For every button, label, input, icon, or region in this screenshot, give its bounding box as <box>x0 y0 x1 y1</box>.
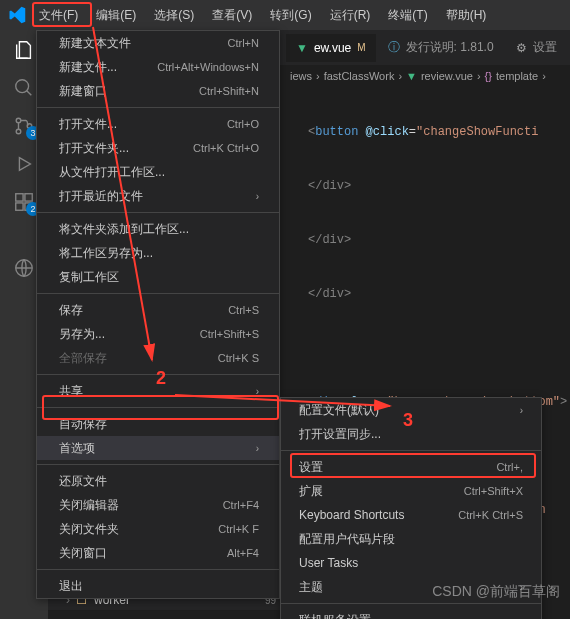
submenu-item[interactable]: 设置Ctrl+, <box>281 455 541 479</box>
menu-item-label: 另存为... <box>59 326 105 343</box>
menu-item[interactable]: 关闭窗口Alt+F4 <box>37 541 279 565</box>
menu-item-label: 将文件夹添加到工作区... <box>59 221 189 238</box>
menu-item-label: 配置用户代码片段 <box>299 531 395 548</box>
submenu-item[interactable]: 联机服务设置 <box>281 608 541 619</box>
menu-item[interactable]: 复制工作区 <box>37 265 279 289</box>
menu-item[interactable]: 保存Ctrl+S <box>37 298 279 322</box>
menu-view[interactable]: 查看(V) <box>203 1 261 30</box>
debug-icon[interactable] <box>12 152 36 176</box>
menu-go[interactable]: 转到(G) <box>261 1 320 30</box>
vue-icon: ▼ <box>406 70 417 82</box>
extensions-icon[interactable]: 2 <box>12 190 36 214</box>
breadcrumb-seg: iews <box>290 70 312 82</box>
preferences-submenu: 配置文件(默认)›打开设置同步...设置Ctrl+,扩展Ctrl+Shift+X… <box>280 397 542 619</box>
breadcrumb-file: review.vue <box>421 70 473 82</box>
svg-point-3 <box>16 129 21 134</box>
menu-edit[interactable]: 编辑(E) <box>87 1 145 30</box>
menu-item[interactable]: 退出 <box>37 574 279 598</box>
menu-item[interactable]: 全部保存Ctrl+K S <box>37 346 279 370</box>
tab-label: 设置 <box>533 39 557 56</box>
shortcut-label: Ctrl+, <box>496 461 523 473</box>
menu-item[interactable]: 关闭编辑器Ctrl+F4 <box>37 493 279 517</box>
menu-item-label: 打开文件... <box>59 116 117 133</box>
submenu-item[interactable]: Keyboard ShortcutsCtrl+K Ctrl+S <box>281 503 541 527</box>
svg-marker-5 <box>19 158 30 171</box>
menu-item-label: Keyboard Shortcuts <box>299 508 404 522</box>
submenu-item[interactable]: 主题› <box>281 575 541 599</box>
menu-item-label: 主题 <box>299 579 323 596</box>
menu-item-label: 复制工作区 <box>59 269 119 286</box>
menu-item[interactable]: 打开最近的文件› <box>37 184 279 208</box>
menu-item[interactable]: 打开文件...Ctrl+O <box>37 112 279 136</box>
menu-item[interactable]: 共享› <box>37 379 279 403</box>
menu-item-label: 共享 <box>59 383 83 400</box>
chevron-right-icon: › <box>256 191 259 202</box>
menu-file[interactable]: 文件(F) <box>30 1 87 30</box>
file-menu-dropdown: 新建文本文件Ctrl+N新建文件...Ctrl+Alt+Windows+N新建窗… <box>36 30 280 599</box>
menu-item[interactable]: 将文件夹添加到工作区... <box>37 217 279 241</box>
chevron-right-icon: › <box>520 582 523 593</box>
menu-item[interactable]: 打开文件夹...Ctrl+K Ctrl+O <box>37 136 279 160</box>
tab-label: ew.vue <box>314 41 351 55</box>
menu-item[interactable]: 从文件打开工作区... <box>37 160 279 184</box>
chevron-right-icon: › <box>520 405 523 416</box>
menu-item-label: 首选项 <box>59 440 95 457</box>
explorer-icon[interactable] <box>12 38 36 62</box>
menu-item-label: 新建文件... <box>59 59 117 76</box>
svg-point-0 <box>16 80 29 93</box>
shortcut-label: Ctrl+O <box>227 118 259 130</box>
menu-item[interactable]: 还原文件 <box>37 469 279 493</box>
menu-item[interactable]: 新建文本文件Ctrl+N <box>37 31 279 55</box>
menu-item-label: 联机服务设置 <box>299 612 371 620</box>
menu-run[interactable]: 运行(R) <box>321 1 380 30</box>
shortcut-label: Ctrl+Shift+S <box>200 328 259 340</box>
tab-label: 发行说明: 1.81.0 <box>406 39 494 56</box>
svg-rect-6 <box>16 194 23 201</box>
menu-item-label: 保存 <box>59 302 83 319</box>
menu-item[interactable]: 首选项› <box>37 436 279 460</box>
shortcut-label: Ctrl+K F <box>218 523 259 535</box>
menu-help[interactable]: 帮助(H) <box>437 1 496 30</box>
menu-item-label: 关闭文件夹 <box>59 521 119 538</box>
shortcut-label: Ctrl+F4 <box>223 499 259 511</box>
tab-settings[interactable]: ⚙ 设置 <box>506 32 567 63</box>
menu-item-label: 从文件打开工作区... <box>59 164 165 181</box>
submenu-item[interactable]: User Tasks <box>281 551 541 575</box>
shortcut-label: Alt+F4 <box>227 547 259 559</box>
menu-terminal[interactable]: 终端(T) <box>379 1 436 30</box>
menu-selection[interactable]: 选择(S) <box>145 1 203 30</box>
menu-item[interactable]: 新建文件...Ctrl+Alt+Windows+N <box>37 55 279 79</box>
submenu-item[interactable]: 扩展Ctrl+Shift+X <box>281 479 541 503</box>
search-icon[interactable] <box>12 76 36 100</box>
menu-item-label: 还原文件 <box>59 473 107 490</box>
submenu-item[interactable]: 配置文件(默认)› <box>281 398 541 422</box>
remote-icon[interactable] <box>12 256 36 280</box>
menu-item[interactable]: 新建窗口Ctrl+Shift+N <box>37 79 279 103</box>
scm-icon[interactable]: 3 <box>12 114 36 138</box>
submenu-item[interactable]: 打开设置同步... <box>281 422 541 446</box>
menu-item[interactable]: 关闭文件夹Ctrl+K F <box>37 517 279 541</box>
tab-release-notes[interactable]: ⓘ 发行说明: 1.81.0 <box>378 32 504 63</box>
menu-item-label: 将工作区另存为... <box>59 245 153 262</box>
svg-rect-8 <box>16 203 23 210</box>
menu-item-label: User Tasks <box>299 556 358 570</box>
shortcut-label: Ctrl+Shift+X <box>464 485 523 497</box>
menu-item[interactable]: 将工作区另存为... <box>37 241 279 265</box>
vscode-logo <box>4 6 30 24</box>
submenu-item[interactable]: 配置用户代码片段 <box>281 527 541 551</box>
chevron-right-icon: › <box>256 386 259 397</box>
editor-tabs: ▼ ew.vue M ⓘ 发行说明: 1.81.0 ⚙ 设置 <box>280 30 570 65</box>
shortcut-label: Ctrl+S <box>228 304 259 316</box>
menu-item-label: 设置 <box>299 459 323 476</box>
menu-item-label: 新建窗口 <box>59 83 107 100</box>
tab-review-vue[interactable]: ▼ ew.vue M <box>286 34 376 62</box>
menu-item-label: 全部保存 <box>59 350 107 367</box>
breadcrumb[interactable]: iews› fastClassWork› ▼ review.vue› {} te… <box>280 65 570 87</box>
shortcut-label: Ctrl+Alt+Windows+N <box>157 61 259 73</box>
menu-item-label: 打开最近的文件 <box>59 188 143 205</box>
menu-item[interactable]: 另存为...Ctrl+Shift+S <box>37 322 279 346</box>
menu-item[interactable]: 自动保存 <box>37 412 279 436</box>
shortcut-label: Ctrl+K Ctrl+O <box>193 142 259 154</box>
menu-item-label: 新建文本文件 <box>59 35 131 52</box>
info-icon: ⓘ <box>388 39 400 56</box>
